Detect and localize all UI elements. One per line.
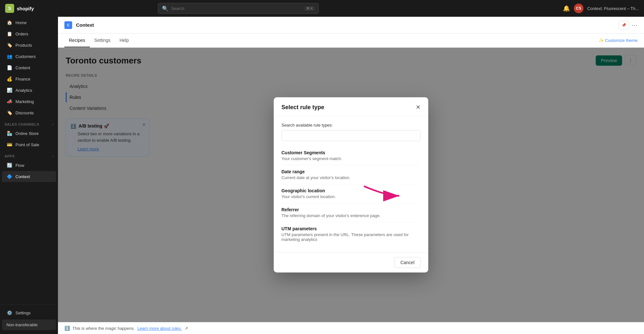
sidebar: 🏠Home📋Orders🏷️Products👥Customers📄Content…: [0, 17, 58, 334]
rule-name: Referrer: [281, 207, 421, 212]
search-shortcut: ⌘ K: [305, 6, 315, 11]
content-area: C Context 📌 ⋯ RecipesSettingsHelp ✨ Cust…: [58, 17, 644, 334]
point-of-sale-icon: 💳: [6, 142, 12, 147]
app-header-right: 📌 ⋯: [619, 21, 638, 29]
app-header: C Context 📌 ⋯: [58, 17, 644, 33]
topbar: S shopify 🔍 ⌘ K 🔔 CS Context: Fluorescen…: [0, 0, 644, 17]
sidebar-item-finance[interactable]: 💰Finance: [2, 73, 56, 84]
modal-title: Select rule type: [281, 104, 324, 111]
modal-body: Search available rule types: Customer Se…: [274, 116, 428, 252]
sidebar-item-customers[interactable]: 👥Customers: [2, 51, 56, 62]
sidebar-item-products[interactable]: 🏷️Products: [2, 40, 56, 51]
shopify-logo: S shopify: [5, 4, 34, 13]
app-logo-icon: C: [64, 21, 72, 29]
online-store-icon: 🏪: [6, 131, 12, 136]
bottom-bar-icon: ℹ️: [64, 326, 70, 331]
rule-item-date-range[interactable]: Date rangeCurrent date at your visitor's…: [281, 165, 421, 184]
rule-item-geographic-location[interactable]: Geographic locationYour visitor's curren…: [281, 184, 421, 203]
sidebar-item-label: Customers: [15, 54, 36, 59]
products-icon: 🏷️: [6, 43, 12, 48]
nav-tabs-right: ✨ Customize theme: [599, 38, 638, 43]
sidebar-item-label: Content: [15, 65, 30, 70]
rule-desc: Current date at your visitor's location.: [281, 175, 421, 180]
modal-footer: Cancel: [274, 252, 428, 272]
sidebar-item-label: Home: [15, 20, 27, 25]
sidebar-item-orders[interactable]: 📋Orders: [2, 28, 56, 39]
app-name: Context: [76, 22, 94, 28]
nav-tabs: RecipesSettingsHelp ✨ Customize theme: [58, 33, 644, 48]
apps-label: Apps: [5, 154, 15, 158]
modal-close-button[interactable]: ✕: [416, 104, 421, 111]
rule-desc: Your visitor's current location.: [281, 194, 421, 199]
sidebar-item-label: Point of Sale: [15, 142, 39, 147]
rule-item-customer-segments[interactable]: Customer SegmentsYour customer's segment…: [281, 146, 421, 165]
home-icon: 🏠: [6, 20, 12, 25]
sidebar-item-home[interactable]: 🏠Home: [2, 17, 56, 28]
rule-item-referrer[interactable]: ReferrerThe referring domain of your vis…: [281, 203, 421, 222]
customize-theme-button[interactable]: ✨ Customize theme: [599, 38, 638, 43]
rule-desc: Your customer's segment match.: [281, 156, 421, 161]
analytics-icon: 📊: [6, 88, 12, 93]
sidebar-item-label: Settings: [15, 310, 31, 315]
sidebar-item-point-of-sale[interactable]: 💳Point of Sale: [2, 139, 56, 150]
flow-icon: 🔄: [6, 163, 12, 168]
sidebar-item-marketing[interactable]: 📣Marketing: [2, 96, 56, 107]
shopify-bag-icon: S: [5, 4, 14, 13]
context-icon: 🔷: [6, 174, 12, 179]
tab-help[interactable]: Help: [115, 34, 133, 47]
modal-header: Select rule type ✕: [274, 97, 428, 116]
modal-overlay[interactable]: Select rule type ✕ Search available rule…: [58, 48, 644, 322]
store-name: Context: Fluorescent – Th...: [587, 6, 639, 11]
sidebar-item-label: Orders: [15, 32, 28, 36]
non-transferable-item[interactable]: Non-transferable: [2, 320, 56, 330]
rule-item-utm-parameters[interactable]: UTM parametersUTM parameters present in …: [281, 222, 421, 246]
page-content: Toronto customers Preview ⋮ RECIPE DETAI…: [58, 48, 644, 322]
cancel-button[interactable]: Cancel: [394, 257, 421, 268]
sidebar-item-label: Finance: [15, 77, 30, 81]
rule-name: Geographic location: [281, 188, 421, 193]
app-more-button[interactable]: ⋯: [632, 22, 638, 29]
sidebar-item-label: Products: [15, 43, 32, 48]
sidebar-item-label: Discounts: [15, 110, 34, 115]
tab-recipes[interactable]: Recipes: [64, 34, 90, 47]
chevron-icon: ›: [52, 123, 53, 126]
sidebar-bottom: ⚙️ Settings Non-transferable: [0, 304, 58, 334]
sidebar-item-label: Marketing: [15, 99, 34, 104]
non-transferable-label: Non-transferable: [6, 322, 38, 327]
learn-more-rules-link[interactable]: Learn more about rules.: [137, 326, 182, 331]
apps-section: Apps ›: [0, 150, 58, 159]
sales-channels-label: Sales channels: [5, 122, 39, 126]
bottom-bar: ℹ️ This is where the magic happens. Lear…: [58, 322, 644, 334]
select-rule-type-modal: Select rule type ✕ Search available rule…: [274, 97, 428, 272]
tab-settings[interactable]: Settings: [90, 34, 115, 47]
shopify-wordmark: shopify: [17, 6, 34, 11]
topbar-right: 🔔 CS Context: Fluorescent – Th...: [563, 4, 639, 13]
avatar[interactable]: CS: [574, 4, 583, 13]
sidebar-item-context[interactable]: 🔷Context: [2, 171, 56, 182]
search-icon: 🔍: [162, 5, 168, 12]
sidebar-item-discounts[interactable]: 🏷️Discounts: [2, 107, 56, 118]
marketing-icon: 📣: [6, 99, 12, 104]
sidebar-item-label: Online Store: [15, 131, 39, 136]
customers-icon: 👥: [6, 54, 12, 59]
external-link-icon: ↗: [185, 326, 188, 331]
sidebar-item-online-store[interactable]: 🏪Online Store: [2, 128, 56, 139]
sales-channels-section: Sales channels ›: [0, 119, 58, 128]
rule-desc: UTM parameters present in the URL. These…: [281, 232, 421, 242]
finance-icon: 💰: [6, 76, 12, 81]
sidebar-item-settings[interactable]: ⚙️ Settings: [2, 307, 56, 318]
sidebar-item-label: Context: [15, 174, 30, 179]
rule-name: Customer Segments: [281, 150, 421, 155]
search-input[interactable]: [171, 6, 302, 11]
pin-button[interactable]: 📌: [619, 21, 629, 29]
sidebar-item-flow[interactable]: 🔄Flow: [2, 160, 56, 171]
rule-list: Customer SegmentsYour customer's segment…: [281, 146, 421, 246]
sidebar-item-content[interactable]: 📄Content: [2, 62, 56, 73]
rule-name: UTM parameters: [281, 226, 421, 231]
orders-icon: 📋: [6, 31, 12, 36]
topbar-search-bar[interactable]: 🔍 ⌘ K: [158, 3, 319, 14]
sidebar-item-label: Flow: [15, 163, 24, 168]
sidebar-item-analytics[interactable]: 📊Analytics: [2, 85, 56, 96]
rule-search-input[interactable]: [281, 130, 421, 141]
bell-icon[interactable]: 🔔: [563, 5, 570, 12]
